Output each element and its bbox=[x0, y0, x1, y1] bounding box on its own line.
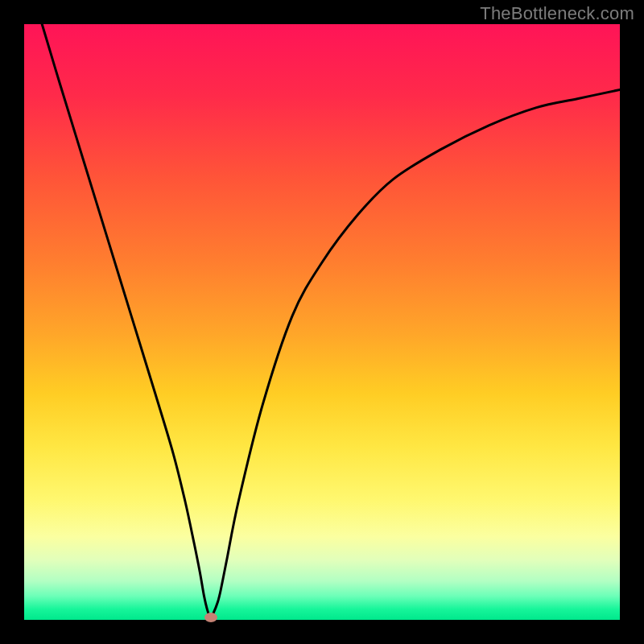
min-point-marker bbox=[204, 613, 217, 622]
bottleneck-curve bbox=[42, 24, 620, 617]
watermark-text: TheBottleneck.com bbox=[480, 3, 634, 24]
curve-svg bbox=[24, 24, 620, 620]
plot-area bbox=[24, 24, 620, 620]
chart-frame: TheBottleneck.com bbox=[0, 0, 644, 644]
